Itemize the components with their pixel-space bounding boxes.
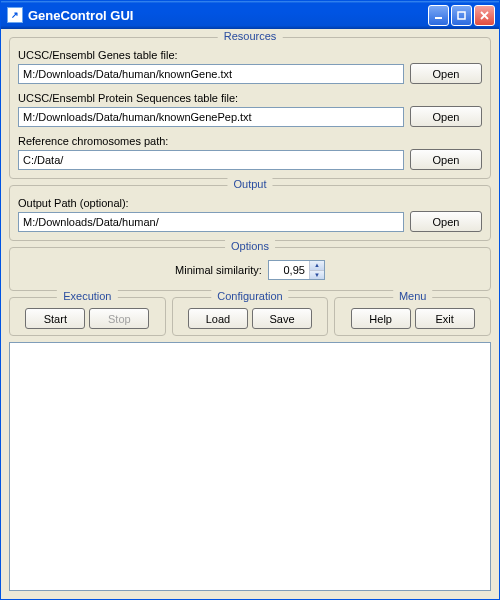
svg-rect-1	[458, 12, 465, 19]
app-icon: ↗	[7, 7, 23, 23]
log-output-area[interactable]	[9, 342, 491, 591]
output-group: Output Output Path (optional): Open	[9, 185, 491, 241]
options-title: Options	[225, 240, 275, 252]
save-button[interactable]: Save	[252, 308, 312, 329]
configuration-group: Configuration Load Save	[172, 297, 329, 336]
window-buttons	[428, 5, 495, 26]
svg-rect-0	[435, 17, 442, 19]
protein-input[interactable]	[18, 107, 404, 127]
menu-group: Menu Help Exit	[334, 297, 491, 336]
options-group: Options Minimal similarity: ▲ ▼	[9, 247, 491, 291]
close-button[interactable]	[474, 5, 495, 26]
chrom-label: Reference chromosomes path:	[18, 135, 482, 147]
minsim-label: Minimal similarity:	[175, 264, 262, 276]
client-area: Resources UCSC/Ensembl Genes table file:…	[1, 29, 499, 599]
app-window: ↗ GeneControl GUI Resources UCSC/Ensembl…	[0, 0, 500, 600]
window-title: GeneControl GUI	[28, 8, 428, 23]
resources-group: Resources UCSC/Ensembl Genes table file:…	[9, 37, 491, 179]
help-button[interactable]: Help	[351, 308, 411, 329]
protein-label: UCSC/Ensembl Protein Sequences table fil…	[18, 92, 482, 104]
minsim-spinner[interactable]: ▲ ▼	[268, 260, 325, 280]
execution-title: Execution	[57, 290, 117, 302]
minsim-input[interactable]	[269, 261, 309, 279]
genes-input[interactable]	[18, 64, 404, 84]
stop-button[interactable]: Stop	[89, 308, 149, 329]
maximize-button[interactable]	[451, 5, 472, 26]
configuration-title: Configuration	[211, 290, 288, 302]
protein-open-button[interactable]: Open	[410, 106, 482, 127]
output-title: Output	[227, 178, 272, 190]
load-button[interactable]: Load	[188, 308, 248, 329]
chrom-input[interactable]	[18, 150, 404, 170]
minimize-button[interactable]	[428, 5, 449, 26]
genes-open-button[interactable]: Open	[410, 63, 482, 84]
chrom-open-button[interactable]: Open	[410, 149, 482, 170]
output-path-label: Output Path (optional):	[18, 197, 482, 209]
start-button[interactable]: Start	[25, 308, 85, 329]
output-path-input[interactable]	[18, 212, 404, 232]
execution-group: Execution Start Stop	[9, 297, 166, 336]
exit-button[interactable]: Exit	[415, 308, 475, 329]
menu-title: Menu	[393, 290, 433, 302]
spin-buttons: ▲ ▼	[309, 261, 324, 279]
action-groups: Execution Start Stop Configuration Load …	[9, 297, 491, 336]
spin-up-icon[interactable]: ▲	[310, 261, 324, 270]
titlebar: ↗ GeneControl GUI	[1, 1, 499, 29]
output-open-button[interactable]: Open	[410, 211, 482, 232]
genes-label: UCSC/Ensembl Genes table file:	[18, 49, 482, 61]
resources-title: Resources	[218, 30, 283, 42]
spin-down-icon[interactable]: ▼	[310, 270, 324, 280]
